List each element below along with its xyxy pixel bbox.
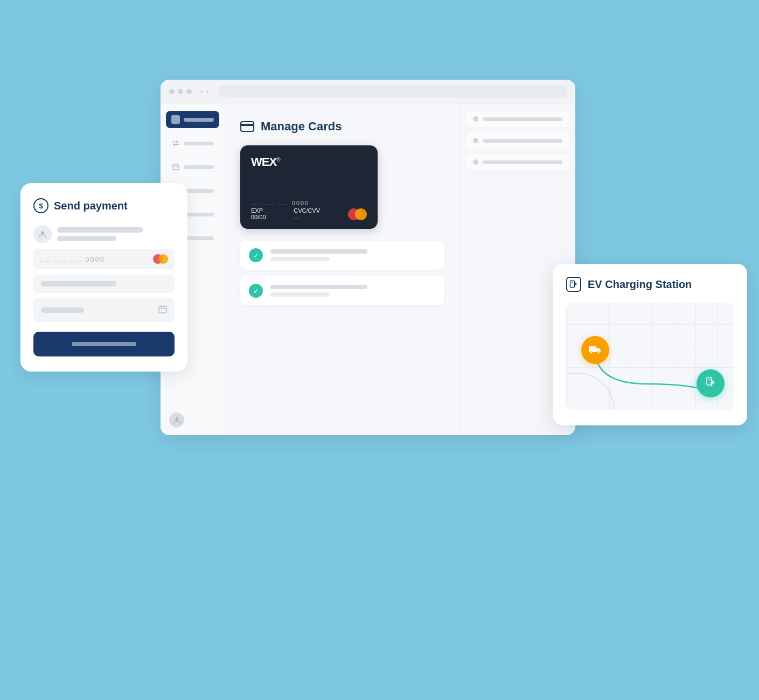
- phone-header: $ Send payment: [33, 198, 175, 213]
- sidebar-settings-label: [184, 189, 214, 193]
- check-item-2-bars: [270, 285, 367, 297]
- forward-arrow[interactable]: ›: [206, 87, 208, 95]
- avatar-icon: [33, 225, 52, 243]
- svg-rect-1: [159, 306, 166, 313]
- charging-bubble: [697, 369, 725, 397]
- svg-rect-18: [589, 346, 596, 352]
- truck-bubble: [581, 336, 609, 364]
- wex-credit-card: WEX® .... .... .... 0000 EXP 00/00 CVC/C…: [240, 145, 378, 229]
- wex-card-number: .... .... .... 0000: [251, 200, 309, 206]
- sidebar-reports-label: [184, 213, 214, 216]
- phone-send-payment-card: $ Send payment .... .... .... 0000: [20, 183, 187, 372]
- calendar-icon: [158, 305, 167, 316]
- button-label-bar: [72, 342, 136, 346]
- browser-body: Manage Cards WEX® .... .... .... 0000 EX…: [161, 103, 575, 435]
- url-bar[interactable]: [218, 86, 567, 97]
- ev-charging-station-card: EV Charging Station: [553, 264, 747, 425]
- ev-charge-icon: [705, 376, 716, 391]
- check-icon-1: ✓: [249, 248, 263, 262]
- dot-yellow: [178, 89, 183, 94]
- check-item-1[interactable]: ✓: [240, 241, 444, 270]
- send-payment-button[interactable]: [33, 332, 175, 356]
- check-icon-2: ✓: [249, 284, 263, 298]
- sidebar-item-cards[interactable]: [166, 158, 219, 176]
- right-panel-row-1: [466, 111, 569, 127]
- svg-rect-16: [570, 281, 575, 288]
- manage-cards-title: Manage Cards: [261, 120, 342, 134]
- check-item-1-bars: [270, 249, 367, 261]
- phone-title: Send payment: [54, 200, 128, 212]
- mastercard-icon: [153, 254, 168, 264]
- dot-red: [169, 89, 175, 94]
- back-arrow[interactable]: ‹: [200, 87, 203, 95]
- wex-cvc: CVC/CVV ...: [294, 207, 320, 220]
- sidebar-item-active[interactable]: [166, 111, 219, 128]
- svg-point-19: [590, 352, 593, 354]
- sidebar-help-label: [184, 236, 214, 240]
- browser-main-content: Manage Cards WEX® .... .... .... 0000 EX…: [225, 103, 459, 435]
- name-bar-bottom: [57, 236, 116, 241]
- dot-green: [186, 89, 192, 94]
- date-bar: [41, 307, 84, 313]
- check-item-2[interactable]: ✓: [240, 276, 444, 305]
- sidebar-user-avatar[interactable]: [169, 412, 184, 428]
- wex-card-bottom: EXP 00/00 CVC/CVV ...: [251, 207, 367, 220]
- right-panel-row-2: [466, 132, 569, 149]
- ev-map: [566, 303, 734, 410]
- browser-window: ‹ ›: [161, 80, 575, 435]
- phone-plain-row-1[interactable]: [33, 275, 175, 293]
- manage-cards-header: Manage Cards: [240, 120, 444, 134]
- ev-station-title: EV Charging Station: [588, 278, 692, 291]
- sidebar-cards-label: [184, 165, 214, 169]
- dollar-icon: $: [33, 198, 48, 213]
- right-panel-row-3: [466, 154, 569, 170]
- browser-nav-arrows[interactable]: ‹ ›: [200, 87, 208, 95]
- sidebar-active-icon: [171, 115, 180, 124]
- phone-date-row[interactable]: [33, 298, 175, 322]
- svg-point-20: [597, 352, 600, 354]
- ev-charging-icon: [566, 277, 581, 292]
- phone-bar-1: [41, 281, 116, 286]
- sidebar-card-icon: [171, 163, 180, 171]
- name-bars: [57, 227, 175, 241]
- sidebar-active-label: [184, 118, 214, 122]
- phone-name-row: [33, 225, 175, 243]
- wex-cvc-label: CVC/CVV ...: [294, 207, 320, 220]
- wex-exp-label: EXP 00/00: [251, 207, 266, 220]
- wex-exp: EXP 00/00: [251, 207, 266, 220]
- sidebar-arrows-icon: [171, 139, 180, 148]
- name-bar-top: [57, 227, 143, 233]
- manage-cards-icon: [240, 121, 254, 132]
- browser-topbar: ‹ ›: [161, 80, 575, 103]
- card-number-dots: .... .... .... 0000: [40, 255, 105, 263]
- wex-mastercard-logo: [348, 208, 367, 220]
- svg-rect-5: [172, 165, 179, 170]
- browser-traffic-lights: [169, 89, 192, 94]
- wex-logo: WEX®: [251, 155, 367, 169]
- card-number-row[interactable]: .... .... .... 0000: [33, 249, 175, 269]
- svg-point-0: [41, 232, 44, 235]
- truck-icon: [588, 344, 602, 357]
- sidebar-transactions-label: [184, 142, 214, 145]
- svg-point-15: [175, 417, 178, 421]
- ev-header: EV Charging Station: [566, 277, 734, 292]
- sidebar-item-transactions[interactable]: [166, 135, 219, 152]
